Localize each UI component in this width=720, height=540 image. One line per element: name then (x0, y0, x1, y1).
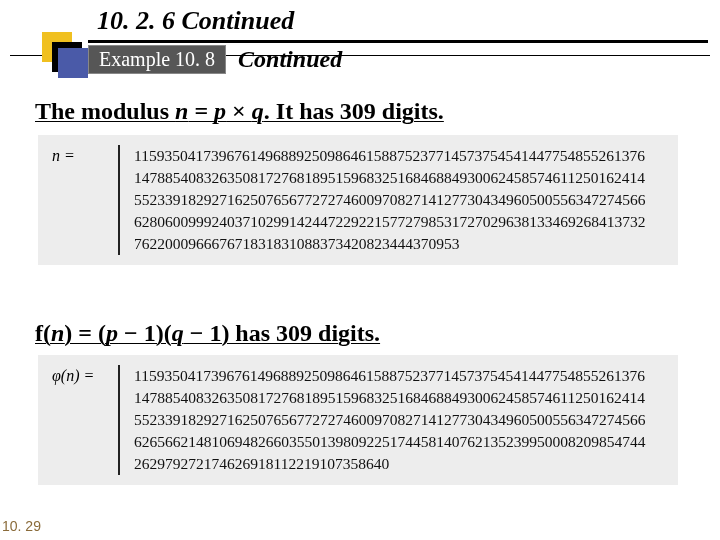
page-number: 10. 29 (2, 518, 41, 534)
logo (42, 32, 88, 78)
example-continued: Continued (238, 46, 342, 73)
modulus-value: 1159350417396761496889250986461588752377… (134, 145, 678, 255)
vertical-divider (118, 145, 120, 255)
modulus-value-block: n = 115935041739676149688925098646158875… (38, 135, 678, 265)
phi-value-block: φ(n) = 115935041739676149688925098646158… (38, 355, 678, 485)
modulus-label: n = (38, 145, 118, 165)
section-heading: 10. 2. 6 Continued (97, 6, 294, 36)
section-underline (88, 40, 708, 43)
vertical-divider (118, 365, 120, 475)
phi-value: 1159350417396761496889250986461588752377… (134, 365, 678, 475)
example-row: Example 10. 8 Continued (88, 45, 342, 74)
phi-label: φ(n) = (38, 365, 118, 385)
modulus-statement: The modulus n = p × q. It has 309 digits… (35, 98, 444, 125)
example-badge: Example 10. 8 (88, 45, 226, 74)
phi-statement: f(n) = (p − 1)(q − 1) has 309 digits. (35, 320, 380, 347)
